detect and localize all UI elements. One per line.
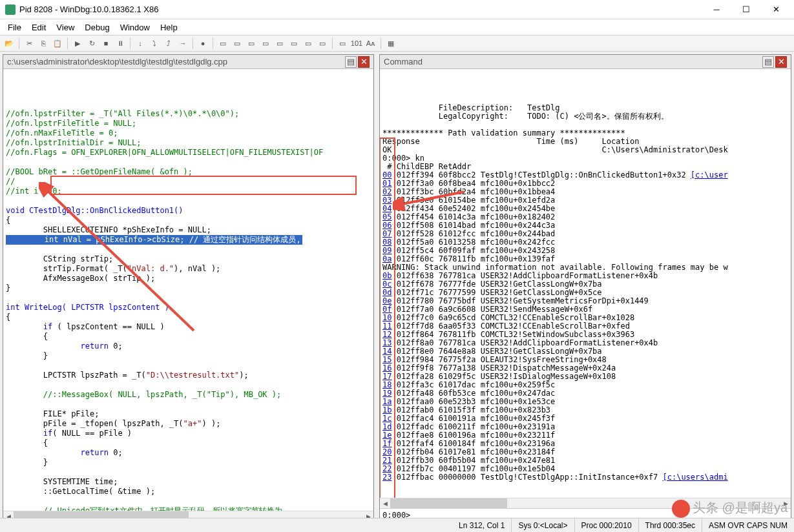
source-header: c:\users\administrator\desktop\testdlg\t… bbox=[3, 55, 373, 69]
frame-link[interactable]: 0d bbox=[382, 288, 392, 297]
frame-link[interactable]: 09 bbox=[382, 246, 392, 255]
command-pane: Command ▤ ✕ FileDescription: TestDlg Leg… bbox=[379, 54, 791, 522]
menu-edit[interactable]: Edit bbox=[32, 23, 46, 32]
src-link[interactable]: [c:\users\admi bbox=[662, 473, 727, 482]
frame-link[interactable]: 15 bbox=[382, 355, 392, 364]
frame-link[interactable]: 23 bbox=[382, 473, 392, 482]
src-link[interactable]: [c:\user bbox=[691, 170, 728, 179]
statusbar: Ln 312, Col 1 Sys 0:<Local> Proc 000:201… bbox=[0, 518, 794, 532]
frame-link[interactable]: 16 bbox=[382, 363, 392, 373]
frame-link[interactable]: 08 bbox=[382, 238, 392, 247]
main-area: c:\users\administrator\desktop\testdlg\t… bbox=[0, 52, 794, 519]
step-over-icon[interactable]: ⤵ bbox=[148, 37, 161, 50]
frame-link[interactable]: 11 bbox=[382, 322, 392, 331]
command-title: Command bbox=[384, 57, 423, 66]
frame-link[interactable]: 22 bbox=[382, 464, 392, 473]
breakpoint-icon[interactable]: ● bbox=[196, 37, 209, 50]
callstack-icon[interactable]: ▭ bbox=[287, 37, 300, 50]
frame-link[interactable]: 03 bbox=[382, 196, 392, 205]
frame-link[interactable]: 06 bbox=[382, 221, 392, 230]
frame-link[interactable]: 0b bbox=[382, 271, 392, 280]
frame-link[interactable]: 1d bbox=[382, 422, 392, 431]
app-icon bbox=[5, 5, 16, 15]
frame-link[interactable]: 0f bbox=[382, 305, 392, 314]
frame-link[interactable]: 14 bbox=[382, 347, 392, 356]
status-sys: Sys 0:<Local> bbox=[512, 518, 574, 532]
frame-link[interactable]: 1c bbox=[382, 414, 392, 423]
break-icon[interactable]: ⏸ bbox=[114, 37, 127, 50]
frame-link[interactable]: 0e bbox=[382, 296, 392, 305]
copy-icon[interactable]: ⎘ bbox=[37, 37, 50, 50]
menubar: File Edit View Debug Window Help bbox=[0, 19, 794, 35]
frame-link[interactable]: 1b bbox=[382, 405, 392, 414]
go-icon[interactable]: ▶ bbox=[71, 37, 84, 50]
frame-link[interactable]: 00 bbox=[382, 170, 392, 179]
frame-link[interactable]: 02 bbox=[382, 187, 392, 196]
open-icon[interactable]: 📂 bbox=[3, 37, 16, 50]
locals-icon[interactable]: ▭ bbox=[245, 37, 258, 50]
minimize-button[interactable]: ─ bbox=[707, 3, 726, 16]
frame-link[interactable]: 1f bbox=[382, 439, 392, 448]
frame-link[interactable]: 0a bbox=[382, 254, 392, 263]
frame-link[interactable]: 20 bbox=[382, 447, 392, 456]
restart-icon[interactable]: ↻ bbox=[85, 37, 98, 50]
font-icon[interactable]: Aᴀ bbox=[364, 37, 377, 50]
menu-debug[interactable]: Debug bbox=[85, 23, 109, 32]
frame-link[interactable]: 13 bbox=[382, 338, 392, 347]
command-output[interactable]: FileDescription: TestDlg LegalCopyright:… bbox=[380, 69, 791, 498]
cut-icon[interactable]: ✂ bbox=[23, 37, 36, 50]
menu-file[interactable]: File bbox=[8, 23, 21, 32]
watch-icon[interactable]: ▭ bbox=[231, 37, 244, 50]
window-title: Pid 8208 - WinDbg:10.0.18362.1 X86 bbox=[19, 5, 707, 14]
command-doc-icon[interactable]: ▤ bbox=[762, 56, 774, 68]
source-close-icon[interactable]: ✕ bbox=[358, 56, 370, 68]
menu-help[interactable]: Help bbox=[160, 23, 178, 32]
registers-icon[interactable]: ▭ bbox=[259, 37, 272, 50]
menu-window[interactable]: Window bbox=[120, 23, 150, 32]
frame-link[interactable]: 05 bbox=[382, 212, 392, 221]
source-path: c:\users\administrator\desktop\testdlg\t… bbox=[7, 57, 227, 66]
source-pane: c:\users\administrator\desktop\testdlg\t… bbox=[3, 54, 374, 522]
menu-view[interactable]: View bbox=[56, 23, 74, 32]
stop-icon[interactable]: ■ bbox=[99, 37, 112, 50]
frame-link[interactable]: 10 bbox=[382, 313, 392, 322]
status-position: Ln 312, Col 1 bbox=[452, 518, 512, 532]
command-scrollbar[interactable]: ◀ ▶ bbox=[380, 498, 791, 508]
scratch-icon[interactable]: ▭ bbox=[316, 37, 329, 50]
frame-link[interactable]: 07 bbox=[382, 229, 392, 238]
frame-link[interactable]: 12 bbox=[382, 330, 392, 339]
frame-link[interactable]: 19 bbox=[382, 389, 392, 398]
command-close-icon[interactable]: ✕ bbox=[775, 56, 787, 68]
paste-icon[interactable]: 📋 bbox=[51, 37, 64, 50]
close-button[interactable]: ✕ bbox=[767, 3, 785, 16]
source-code[interactable]: //ofn.lpstrFilter = _T("All Files(*.*)\0… bbox=[3, 69, 373, 511]
step-out-icon[interactable]: ⤴ bbox=[162, 37, 175, 50]
frame-link[interactable]: 1a bbox=[382, 397, 392, 406]
source-mode-icon[interactable]: ▭ bbox=[336, 37, 349, 50]
status-proc: Proc 000:2010 bbox=[575, 518, 639, 532]
titlebar: Pid 8208 - WinDbg:10.0.18362.1 X86 ─ ☐ ✕ bbox=[0, 0, 794, 19]
scroll-left-icon[interactable]: ◀ bbox=[380, 498, 390, 509]
disasm-icon[interactable]: ▭ bbox=[302, 37, 315, 50]
source-doc-icon[interactable]: ▤ bbox=[345, 56, 357, 68]
scroll-right-icon[interactable]: ▶ bbox=[780, 498, 791, 509]
step-into-icon[interactable]: ↓ bbox=[134, 37, 147, 50]
run-to-icon[interactable]: → bbox=[176, 37, 189, 50]
toolbar: 📂 ✂ ⎘ 📋 ▶ ↻ ■ ⏸ ↓ ⤵ ⤴ → ● ▭ ▭ ▭ ▭ ▭ ▭ ▭ … bbox=[0, 35, 794, 52]
frame-link[interactable]: 04 bbox=[382, 204, 392, 213]
cmd-icon[interactable]: ▭ bbox=[216, 37, 229, 50]
frame-link[interactable]: 18 bbox=[382, 380, 392, 389]
binary-icon[interactable]: 101 bbox=[350, 37, 363, 50]
frame-link[interactable]: 01 bbox=[382, 179, 392, 188]
command-header: Command ▤ ✕ bbox=[380, 55, 791, 69]
status-mode: ASM OVR CAPS NUM bbox=[702, 518, 794, 532]
maximize-button[interactable]: ☐ bbox=[737, 3, 755, 16]
frame-link[interactable]: 17 bbox=[382, 372, 392, 381]
frame-link[interactable]: 21 bbox=[382, 456, 392, 465]
status-thrd: Thrd 000:35ec bbox=[639, 518, 702, 532]
memory-icon[interactable]: ▭ bbox=[273, 37, 286, 50]
options-icon[interactable]: ▦ bbox=[384, 37, 397, 50]
frame-link[interactable]: 1e bbox=[382, 431, 392, 440]
frame-link[interactable]: 0c bbox=[382, 280, 392, 289]
